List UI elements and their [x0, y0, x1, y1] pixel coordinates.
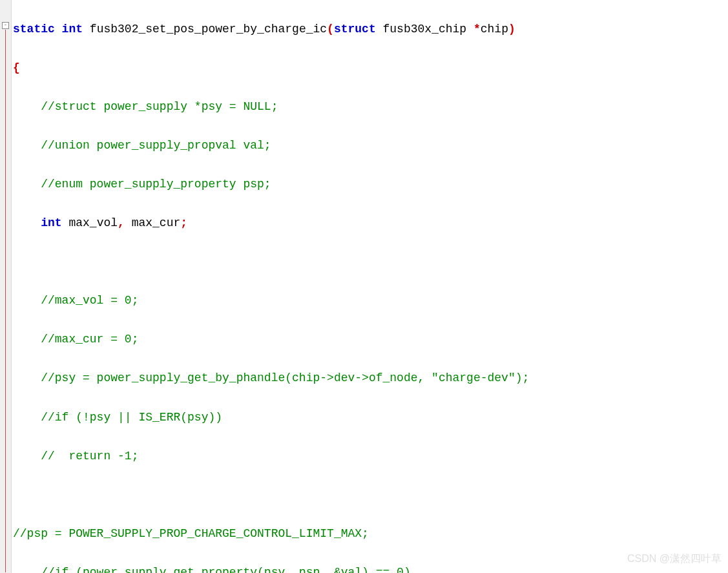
fold-toggle-icon[interactable]: - — [2, 22, 9, 29]
code-line: //max_cur = 0; — [13, 329, 728, 349]
code-line — [13, 485, 728, 505]
comment: //max_cur = 0; — [13, 333, 138, 346]
fold-vertical-line — [5, 30, 6, 572]
keyword-int: int — [55, 23, 83, 36]
function-name: fusb302_set_pos_power_by_charge_ic — [83, 23, 327, 36]
comment: //psp = POWER_SUPPLY_PROP_CHARGE_CONTROL… — [13, 527, 369, 540]
code-line — [13, 252, 728, 271]
code-line: //struct power_supply *psy = NULL; — [13, 97, 728, 116]
code-line: //psy = power_supply_get_by_phandle(chip… — [13, 368, 728, 388]
keyword-struct: struct — [334, 23, 376, 36]
comment: // return -1; — [13, 450, 138, 463]
pointer-star: * — [473, 23, 481, 36]
watermark-text: CSDN @潇然四叶草 — [627, 550, 722, 568]
paren-open: ( — [327, 23, 334, 36]
type-name: fusb30x_chip — [376, 23, 473, 36]
code-line: { — [13, 58, 728, 78]
comment: //if (!psy || IS_ERR(psy)) — [13, 411, 222, 424]
code-line: //enum power_supply_property psp; — [13, 174, 728, 194]
brace-open: { — [13, 61, 20, 74]
comment: //psy = power_supply_get_by_phandle(chip… — [13, 371, 529, 384]
keyword-static: static — [13, 23, 55, 36]
code-line: static int fusb302_set_pos_power_by_char… — [13, 19, 728, 39]
comment: //if (power_supply_get_property(psy, psp… — [13, 566, 411, 573]
code-line: // return -1; — [13, 446, 728, 466]
code-line: //union power_supply_propval val; — [13, 136, 728, 155]
var-name: max_vol — [62, 216, 118, 229]
comment: //struct power_supply *psy = NULL; — [13, 100, 278, 113]
code-line: int max_vol, max_cur; — [13, 213, 728, 233]
code-line: //psp = POWER_SUPPLY_PROP_CHARGE_CONTROL… — [13, 524, 728, 543]
comma: , — [118, 216, 125, 229]
var-name: max_cur — [125, 216, 180, 229]
comment: //union power_supply_propval val; — [13, 139, 271, 152]
paren-close: ) — [508, 23, 515, 36]
editor-gutter: - — [0, 0, 12, 573]
code-line: //if (!psy || IS_ERR(psy)) — [13, 408, 728, 427]
keyword-int: int — [13, 216, 62, 229]
param-name: chip — [481, 23, 508, 36]
semicolon: ; — [180, 216, 187, 229]
code-line: //max_vol = 0; — [13, 291, 728, 310]
code-line: //if (power_supply_get_property(psy, psp… — [13, 563, 728, 573]
comment: //max_vol = 0; — [13, 294, 138, 307]
code-area: static int fusb302_set_pos_power_by_char… — [12, 0, 728, 573]
comment: //enum power_supply_property psp; — [13, 178, 271, 191]
